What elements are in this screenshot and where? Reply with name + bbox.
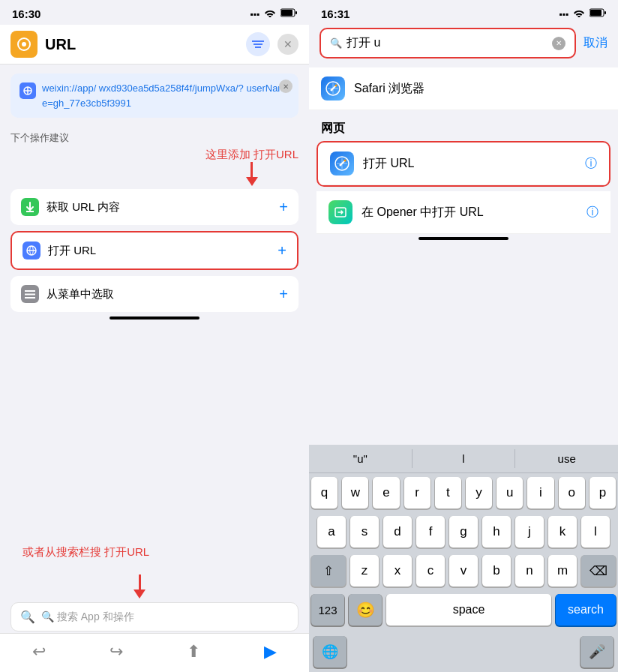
key-k[interactable]: k [548,516,577,548]
key-j[interactable]: j [515,516,544,548]
key-shift[interactable]: ⇧ [311,555,346,586]
open-url-label: 打开 URL [363,156,414,172]
open-url-result[interactable]: 打开 URL ⓘ [318,142,609,185]
url-card-close[interactable]: ✕ [279,80,292,93]
opener-info[interactable]: ⓘ [586,205,598,220]
keyboard: "u" l use q w e r t y u i o p a s d f g … [309,445,618,672]
nav-title: URL [45,36,238,53]
safari-result-label: Safari 浏览器 [354,81,424,97]
key-r[interactable]: r [404,477,430,508]
key-z[interactable]: z [350,555,379,586]
app-icon [10,31,38,58]
key-e[interactable]: e [373,477,399,508]
annotation-text: 这里添加 打开URL [206,148,298,162]
key-space[interactable]: space [386,594,551,626]
bottom-arrow [134,574,146,598]
key-s[interactable]: s [350,516,379,548]
key-o[interactable]: o [559,477,585,508]
key-c[interactable]: c [416,555,445,586]
key-w[interactable]: w [342,477,368,508]
key-l[interactable]: l [581,516,610,548]
play-button[interactable]: ▶ [264,642,277,662]
svg-point-21 [331,89,333,92]
action-add-get-url[interactable]: + [279,199,288,216]
right-panel: 16:31 ▪▪▪ 🔍 打开 u ✕ 取消 Safari 浏览器 [309,0,618,672]
back-button[interactable]: ↩ [32,642,46,662]
key-numbers[interactable]: 123 [311,594,344,626]
status-bar-left: 16:30 ▪▪▪ [0,0,309,25]
key-h[interactable]: h [482,516,511,548]
status-icons-left: ▪▪▪ [250,8,297,20]
key-f[interactable]: f [416,516,445,548]
filter-button[interactable] [246,32,270,56]
action-item-open-url[interactable]: 打开 URL + [10,231,298,270]
search-icon-left: 🔍 [20,610,35,624]
forward-button[interactable]: ↪ [110,642,123,662]
open-url-info[interactable]: ⓘ [585,156,597,172]
svg-point-25 [344,160,346,162]
open-url-icon [330,152,354,176]
search-clear-button[interactable]: ✕ [552,37,566,50]
keyboard-row-2: a s d f g h j k l [309,512,618,551]
key-i[interactable]: i [527,477,554,508]
battery-icon-left [280,8,297,20]
bottom-nav: ↩ ↪ ⬆ ▶ [0,633,309,672]
cancel-button[interactable]: 取消 [584,35,608,51]
annotation-arrow-down [246,162,258,186]
keyboard-row-4: 123 😊 space search [309,590,618,633]
action-list: 获取 URL 内容 + 打开 URL + 从菜单中选取 + [0,189,309,312]
signal-icon-right: ▪▪▪ [559,9,568,20]
action-icon-green [21,198,39,216]
share-button[interactable]: ⬆ [187,642,200,662]
action-item-menu[interactable]: 从菜单中选取 + [10,276,298,312]
key-x[interactable]: x [383,555,412,586]
key-q[interactable]: q [311,477,338,508]
action-item-get-url[interactable]: 获取 URL 内容 + [10,189,298,225]
safari-icon [321,76,345,100]
key-globe[interactable]: 🌐 [314,636,346,668]
key-emoji[interactable]: 😊 [349,594,382,626]
home-indicator-right [418,237,508,240]
search-input-box[interactable]: 🔍 打开 u ✕ [320,28,576,58]
battery-icon-right [590,8,606,20]
safari-result-item[interactable]: Safari 浏览器 [309,68,618,110]
open-url-result-box: 打开 URL ⓘ [316,141,610,187]
keyboard-extras: 🌐 🎤 [309,633,618,672]
key-backspace[interactable]: ⌫ [581,555,616,586]
search-header: 🔍 打开 u ✕ 取消 [309,25,618,64]
close-button[interactable]: ✕ [278,34,298,55]
search-icon-right: 🔍 [330,38,342,49]
svg-point-24 [340,164,342,166]
status-bar-right: 16:31 ▪▪▪ [309,0,618,25]
key-n[interactable]: n [515,555,544,586]
svg-point-4 [22,42,26,46]
key-m[interactable]: m [548,555,577,586]
keyboard-row-3: ⇧ z x c v b n m ⌫ [309,551,618,590]
bottom-search-area: 🔍 🔍 搜索 App 和操作 [0,602,309,632]
status-icons-right: ▪▪▪ [559,8,606,20]
key-b[interactable]: b [482,555,511,586]
search-bar-bottom[interactable]: 🔍 🔍 搜索 App 和操作 [10,602,298,632]
key-d[interactable]: d [383,516,412,548]
url-card: weixin://app/ wxd930ea5d5a258f4f/jumpWxa… [10,74,298,118]
action-add-open-url[interactable]: + [278,242,286,260]
key-g[interactable]: g [449,516,478,548]
search-query: 打开 u [346,35,380,51]
key-v[interactable]: v [449,555,478,586]
suggestion-u[interactable]: "u" [309,449,412,468]
url-card-icon [20,82,36,99]
suggestion-l[interactable]: l [412,449,516,468]
key-t[interactable]: t [435,477,461,508]
key-u[interactable]: u [496,477,523,508]
opener-result[interactable]: 在 Opener 中打开 URL ⓘ [316,191,610,234]
suggestion-use[interactable]: use [515,449,618,468]
action-add-menu[interactable]: + [279,286,288,303]
key-mic[interactable]: 🎤 [580,636,614,668]
svg-rect-1 [281,10,292,16]
key-y[interactable]: y [466,477,492,508]
opener-result-box: 在 Opener 中打开 URL ⓘ [316,191,610,234]
key-p[interactable]: p [590,477,616,508]
action-label-get-url: 获取 URL 内容 [46,200,272,214]
search-key[interactable]: search [556,594,616,626]
key-a[interactable]: a [317,516,346,548]
